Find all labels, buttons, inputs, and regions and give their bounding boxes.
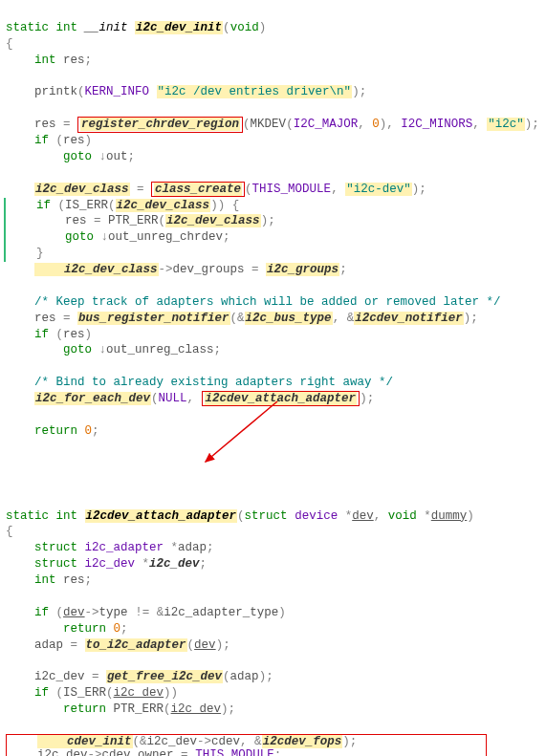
l: printk(KERN_INFO "i2c /dev entries drive… — [6, 85, 366, 98]
l: i2c_for_each_dev(NULL, i2cdev_attach_ada… — [6, 392, 374, 405]
l: if (res) — [6, 134, 92, 147]
l: if (IS_ERR(i2c_dev_class)) { res = PTR_E… — [4, 198, 275, 263]
cdev-box: cdev_init(&i2c_dev->cdev, &i2cdev_fops);… — [6, 734, 487, 756]
l: if (dev->type != &i2c_adapter_type) — [6, 606, 286, 619]
fn-attach-adapter: i2cdev_attach_adapter — [85, 509, 238, 523]
l: i2c_dev_class = class_create(THIS_MODULE… — [6, 183, 426, 196]
attr-init: __init — [85, 21, 128, 34]
l: return PTR_ERR(i2c_dev); — [6, 702, 235, 716]
comment: /* Keep track of adapters which will be … — [6, 295, 501, 309]
l: goto ↓out; — [6, 150, 135, 163]
l: adap = to_i2c_adapter(dev); — [6, 638, 230, 652]
l: return 0; — [6, 622, 128, 636]
l: goto ↓out_unreg_class; — [6, 343, 221, 356]
l: int res; — [6, 573, 92, 587]
comment: /* Bind to already existing adapters rig… — [6, 376, 393, 389]
l: struct i2c_adapter *adap; — [6, 541, 214, 554]
l: if (res) — [6, 328, 92, 341]
l: struct i2c_dev *i2c_dev; — [6, 557, 207, 571]
code-bottom: static int i2cdev_attach_adapter(struct … — [6, 492, 540, 756]
code-top: static int __init i2c_dev_init(void) { i… — [6, 4, 540, 440]
l: i2c_dev = get_free_i2c_dev(adap); — [6, 670, 273, 683]
fn-i2c-dev-init: i2c_dev_init — [135, 21, 223, 34]
l: if (IS_ERR(i2c_dev)) — [6, 686, 178, 700]
l: res = register_chrdev_region(MKDEV(I2C_M… — [6, 118, 539, 131]
spacer — [6, 440, 540, 492]
kw-static: static — [6, 21, 49, 34]
kw-int: int — [56, 21, 78, 34]
l: int res; — [6, 54, 92, 67]
l: res = bus_register_notifier(&i2c_bus_typ… — [6, 312, 478, 325]
l: return 0; — [6, 424, 99, 438]
l: i2c_dev_class->dev_groups = i2c_groups; — [6, 263, 347, 276]
